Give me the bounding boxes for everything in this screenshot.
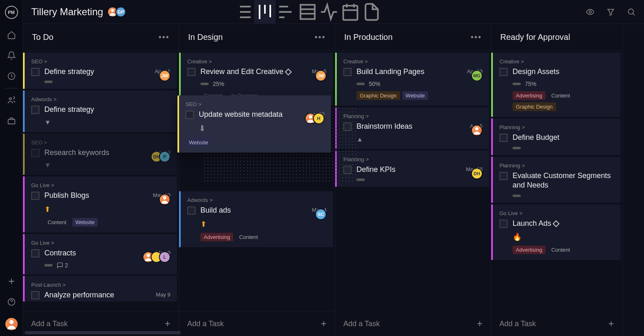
add-task-button[interactable]: Add a Task+	[491, 311, 622, 336]
add-task-button[interactable]: Add a Task+	[179, 311, 335, 336]
column-menu-icon[interactable]: •••	[471, 32, 482, 42]
tag[interactable]: Content	[236, 233, 261, 241]
card-breadcrumb[interactable]: Creative >	[499, 58, 614, 65]
card-breadcrumb[interactable]: Go Live >	[499, 210, 614, 216]
task-checkbox[interactable]	[31, 68, 39, 76]
board-view-button[interactable]	[254, 0, 276, 24]
filter-icon[interactable]	[606, 7, 615, 16]
sheet-view-button[interactable]	[297, 0, 318, 24]
column-menu-icon[interactable]: •••	[315, 32, 326, 42]
tag[interactable]: Content	[548, 246, 573, 254]
task-title[interactable]: Build Landing Pages	[356, 67, 462, 76]
task-card[interactable]: Go Live >ContractsMay 9L 2	[23, 234, 177, 274]
card-breadcrumb[interactable]: Adwords >	[31, 96, 170, 102]
assignee-avatar[interactable]	[471, 125, 483, 136]
task-checkbox[interactable]	[187, 68, 196, 76]
task-card[interactable]: Post-Launch >Analyze performanceMay 9	[23, 276, 177, 301]
card-breadcrumb[interactable]: Go Live >	[31, 182, 170, 188]
horizontal-scrollbar[interactable]	[25, 331, 181, 334]
task-card[interactable]: Go Live >Launch Ads🔥AdvertisingContent	[491, 204, 621, 260]
people-icon[interactable]	[7, 96, 16, 105]
card-breadcrumb[interactable]: Go Live >	[31, 240, 170, 246]
task-title[interactable]: Launch Ads	[513, 219, 614, 228]
task-checkbox[interactable]	[31, 291, 39, 299]
task-card[interactable]: Creative >Design Assets75%AdvertisingCon…	[491, 53, 621, 117]
app-logo[interactable]: PM	[5, 6, 18, 19]
tag[interactable]: Advertising	[513, 91, 545, 100]
task-checkbox[interactable]	[499, 172, 508, 180]
column-menu-icon[interactable]: •••	[159, 32, 170, 42]
activity-view-button[interactable]	[318, 0, 340, 24]
task-title[interactable]: Publish Blogs	[44, 191, 148, 200]
list-view-button[interactable]	[233, 0, 254, 24]
task-checkbox[interactable]	[31, 192, 39, 200]
task-title[interactable]: Review and Edit Creative	[200, 67, 307, 76]
assignee-avatar[interactable]	[159, 194, 170, 205]
task-title[interactable]: Build ads	[200, 206, 307, 215]
add-task-button[interactable]: Add a Task+	[335, 311, 491, 336]
tag[interactable]: Website	[186, 138, 212, 147]
task-title[interactable]: Analyze performance	[44, 290, 151, 300]
gantt-view-button[interactable]	[276, 0, 297, 24]
dragging-card[interactable]: SEO > Update website metadata Apr 20 ⬇ H…	[177, 95, 331, 153]
help-icon[interactable]	[7, 297, 16, 306]
assignee-avatar[interactable]: P	[159, 151, 170, 162]
task-checkbox[interactable]	[499, 68, 508, 76]
card-breadcrumb[interactable]: Planning >	[343, 113, 483, 119]
task-checkbox[interactable]	[343, 68, 352, 76]
task-checkbox[interactable]	[31, 249, 39, 257]
clock-icon[interactable]	[7, 72, 16, 81]
calendar-view-button[interactable]	[340, 0, 361, 24]
tag[interactable]: Advertising	[200, 233, 233, 241]
member-avatar[interactable]: GP	[115, 7, 126, 17]
tag[interactable]: Website	[72, 218, 98, 227]
task-card[interactable]: SEO >Define strategyApr 11JW	[23, 53, 177, 89]
task-card[interactable]: Planning >Brainstorm IdeasApr 5▲	[335, 107, 489, 148]
task-title[interactable]: Brainstorm Ideas	[356, 122, 465, 131]
tag[interactable]: Advertising	[513, 246, 545, 254]
task-card[interactable]: Planning >Define Budget	[491, 118, 621, 155]
add-icon[interactable]	[7, 277, 16, 286]
task-title[interactable]: Define Budget	[513, 133, 614, 142]
card-breadcrumb[interactable]: Adwords >	[187, 197, 327, 203]
assignee-avatar[interactable]: DH	[471, 168, 483, 179]
task-checkbox[interactable]	[31, 106, 39, 114]
task-checkbox[interactable]	[31, 149, 39, 157]
task-card[interactable]: Planning >Evaluate Customer Segments and…	[491, 157, 621, 203]
card-breadcrumb[interactable]: Planning >	[499, 124, 614, 130]
task-checkbox[interactable]	[187, 206, 196, 215]
assignee-avatar[interactable]: L	[159, 251, 170, 263]
task-checkbox[interactable]	[499, 220, 508, 228]
task-title[interactable]: Evaluate Customer Segments and Needs	[513, 171, 614, 190]
task-card[interactable]: SEO >Research keywordsApr 13DHP▼	[23, 134, 177, 175]
assignee-avatar[interactable]: H	[313, 113, 324, 124]
task-title[interactable]: Research keywords	[44, 148, 150, 158]
task-card[interactable]: Go Live >Publish BlogsMay 10⬆ContentWebs…	[23, 176, 177, 232]
assignee-avatar[interactable]: JW	[315, 70, 327, 81]
task-title[interactable]: Define KPIs	[356, 165, 461, 174]
task-card[interactable]: Adwords >Build adsMay 4SC⬆AdvertisingCon…	[179, 191, 333, 247]
assignee-avatar[interactable]: SC	[315, 209, 327, 220]
card-breadcrumb[interactable]: Planning >	[499, 162, 614, 169]
tag[interactable]: Content	[44, 218, 70, 227]
card-breadcrumb[interactable]: Planning >	[343, 156, 483, 162]
task-title[interactable]: Define strategy	[44, 105, 170, 114]
task-title[interactable]: Design Assets	[513, 67, 614, 76]
bell-icon[interactable]	[7, 51, 16, 60]
task-checkbox[interactable]	[186, 111, 194, 119]
task-checkbox[interactable]	[499, 134, 508, 142]
project-members[interactable]: GP	[110, 7, 126, 17]
card-breadcrumb[interactable]: SEO >	[31, 58, 170, 65]
card-breadcrumb[interactable]: SEO >	[31, 139, 170, 146]
eye-icon[interactable]	[586, 7, 595, 16]
task-title[interactable]: Update website metadata	[199, 110, 304, 119]
card-breadcrumb[interactable]: Post-Launch >	[31, 282, 170, 288]
task-card[interactable]: Planning >Define KPIsMar 28DH	[335, 151, 489, 187]
user-avatar[interactable]	[5, 318, 18, 330]
assignee-avatar[interactable]: JW	[159, 70, 170, 81]
tag[interactable]: Content	[548, 91, 573, 100]
card-breadcrumb[interactable]: Creative >	[187, 58, 327, 65]
home-icon[interactable]	[7, 30, 16, 39]
search-icon[interactable]	[627, 7, 636, 16]
task-card[interactable]: Adwords >Define strategy▼	[23, 90, 177, 132]
